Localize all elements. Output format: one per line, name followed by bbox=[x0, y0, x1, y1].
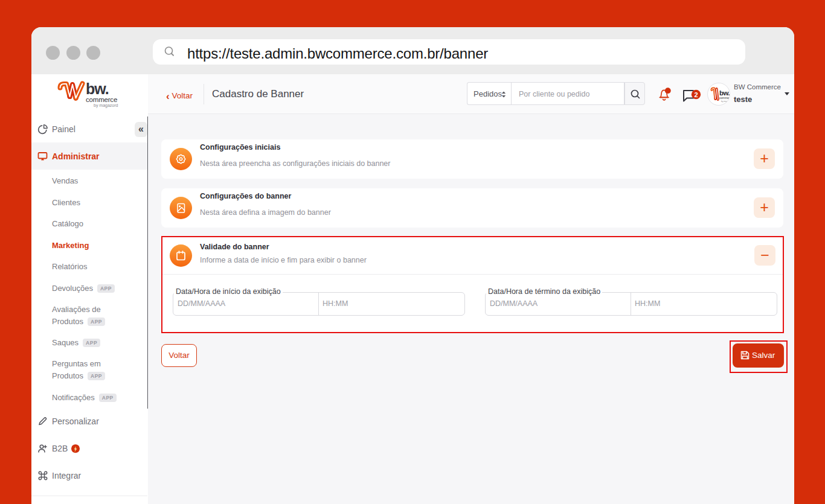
svg-text:bw.: bw. bbox=[86, 80, 109, 97]
svg-text:commerce: commerce bbox=[719, 96, 730, 100]
svg-text:commerce: commerce bbox=[86, 96, 117, 103]
svg-text:by magazord: by magazord bbox=[721, 100, 730, 103]
svg-text:2: 2 bbox=[694, 91, 698, 98]
svg-text:by magazord: by magazord bbox=[94, 103, 118, 108]
